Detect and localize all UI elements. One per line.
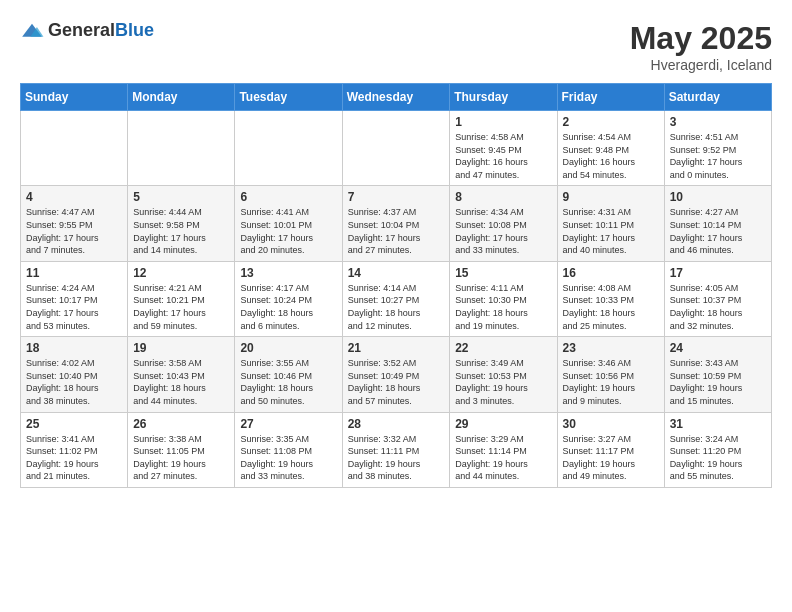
day-number: 3 — [670, 115, 766, 129]
logo-blue-text: Blue — [115, 20, 154, 40]
calendar-cell: 26Sunrise: 3:38 AM Sunset: 11:05 PM Dayl… — [128, 412, 235, 487]
logo-icon — [20, 22, 44, 40]
day-info: Sunrise: 4:41 AM Sunset: 10:01 PM Daylig… — [240, 206, 336, 256]
calendar-cell: 25Sunrise: 3:41 AM Sunset: 11:02 PM Dayl… — [21, 412, 128, 487]
calendar-cell: 30Sunrise: 3:27 AM Sunset: 11:17 PM Dayl… — [557, 412, 664, 487]
day-info: Sunrise: 4:14 AM Sunset: 10:27 PM Daylig… — [348, 282, 445, 332]
day-info: Sunrise: 4:34 AM Sunset: 10:08 PM Daylig… — [455, 206, 551, 256]
calendar-cell: 20Sunrise: 3:55 AM Sunset: 10:46 PM Dayl… — [235, 337, 342, 412]
day-info: Sunrise: 4:08 AM Sunset: 10:33 PM Daylig… — [563, 282, 659, 332]
calendar-cell: 27Sunrise: 3:35 AM Sunset: 11:08 PM Dayl… — [235, 412, 342, 487]
day-number: 8 — [455, 190, 551, 204]
day-number: 4 — [26, 190, 122, 204]
day-number: 30 — [563, 417, 659, 431]
day-number: 20 — [240, 341, 336, 355]
day-number: 21 — [348, 341, 445, 355]
calendar-cell: 7Sunrise: 4:37 AM Sunset: 10:04 PM Dayli… — [342, 186, 450, 261]
day-number: 25 — [26, 417, 122, 431]
day-number: 27 — [240, 417, 336, 431]
calendar-cell: 12Sunrise: 4:21 AM Sunset: 10:21 PM Dayl… — [128, 261, 235, 336]
calendar-cell: 14Sunrise: 4:14 AM Sunset: 10:27 PM Dayl… — [342, 261, 450, 336]
day-of-week-header: Monday — [128, 84, 235, 111]
calendar-cell: 3Sunrise: 4:51 AM Sunset: 9:52 PM Daylig… — [664, 111, 771, 186]
calendar-cell: 4Sunrise: 4:47 AM Sunset: 9:55 PM Daylig… — [21, 186, 128, 261]
day-info: Sunrise: 4:37 AM Sunset: 10:04 PM Daylig… — [348, 206, 445, 256]
day-info: Sunrise: 4:21 AM Sunset: 10:21 PM Daylig… — [133, 282, 229, 332]
calendar-cell: 8Sunrise: 4:34 AM Sunset: 10:08 PM Dayli… — [450, 186, 557, 261]
calendar-cell: 28Sunrise: 3:32 AM Sunset: 11:11 PM Dayl… — [342, 412, 450, 487]
day-number: 26 — [133, 417, 229, 431]
day-info: Sunrise: 3:49 AM Sunset: 10:53 PM Daylig… — [455, 357, 551, 407]
day-info: Sunrise: 3:41 AM Sunset: 11:02 PM Daylig… — [26, 433, 122, 483]
calendar-cell — [235, 111, 342, 186]
day-number: 24 — [670, 341, 766, 355]
day-number: 11 — [26, 266, 122, 280]
day-info: Sunrise: 3:27 AM Sunset: 11:17 PM Daylig… — [563, 433, 659, 483]
day-info: Sunrise: 4:58 AM Sunset: 9:45 PM Dayligh… — [455, 131, 551, 181]
calendar-cell: 13Sunrise: 4:17 AM Sunset: 10:24 PM Dayl… — [235, 261, 342, 336]
day-number: 12 — [133, 266, 229, 280]
day-number: 7 — [348, 190, 445, 204]
day-info: Sunrise: 4:27 AM Sunset: 10:14 PM Daylig… — [670, 206, 766, 256]
day-of-week-header: Tuesday — [235, 84, 342, 111]
calendar-week-row: 11Sunrise: 4:24 AM Sunset: 10:17 PM Dayl… — [21, 261, 772, 336]
calendar-cell: 22Sunrise: 3:49 AM Sunset: 10:53 PM Dayl… — [450, 337, 557, 412]
calendar-week-row: 18Sunrise: 4:02 AM Sunset: 10:40 PM Dayl… — [21, 337, 772, 412]
calendar-cell: 16Sunrise: 4:08 AM Sunset: 10:33 PM Dayl… — [557, 261, 664, 336]
day-number: 23 — [563, 341, 659, 355]
calendar-table: SundayMondayTuesdayWednesdayThursdayFrid… — [20, 83, 772, 488]
calendar-cell: 18Sunrise: 4:02 AM Sunset: 10:40 PM Dayl… — [21, 337, 128, 412]
day-number: 31 — [670, 417, 766, 431]
day-info: Sunrise: 3:43 AM Sunset: 10:59 PM Daylig… — [670, 357, 766, 407]
calendar-cell: 9Sunrise: 4:31 AM Sunset: 10:11 PM Dayli… — [557, 186, 664, 261]
calendar-cell: 5Sunrise: 4:44 AM Sunset: 9:58 PM Daylig… — [128, 186, 235, 261]
day-info: Sunrise: 3:38 AM Sunset: 11:05 PM Daylig… — [133, 433, 229, 483]
calendar-cell: 2Sunrise: 4:54 AM Sunset: 9:48 PM Daylig… — [557, 111, 664, 186]
day-number: 1 — [455, 115, 551, 129]
day-number: 5 — [133, 190, 229, 204]
day-of-week-header: Wednesday — [342, 84, 450, 111]
calendar-cell: 15Sunrise: 4:11 AM Sunset: 10:30 PM Dayl… — [450, 261, 557, 336]
calendar-cell: 31Sunrise: 3:24 AM Sunset: 11:20 PM Dayl… — [664, 412, 771, 487]
day-info: Sunrise: 4:47 AM Sunset: 9:55 PM Dayligh… — [26, 206, 122, 256]
day-info: Sunrise: 4:44 AM Sunset: 9:58 PM Dayligh… — [133, 206, 229, 256]
day-info: Sunrise: 4:51 AM Sunset: 9:52 PM Dayligh… — [670, 131, 766, 181]
calendar-week-row: 1Sunrise: 4:58 AM Sunset: 9:45 PM Daylig… — [21, 111, 772, 186]
title-block: May 2025 Hveragerdi, Iceland — [630, 20, 772, 73]
day-number: 2 — [563, 115, 659, 129]
day-info: Sunrise: 3:52 AM Sunset: 10:49 PM Daylig… — [348, 357, 445, 407]
calendar-cell: 1Sunrise: 4:58 AM Sunset: 9:45 PM Daylig… — [450, 111, 557, 186]
day-of-week-header: Thursday — [450, 84, 557, 111]
day-info: Sunrise: 3:24 AM Sunset: 11:20 PM Daylig… — [670, 433, 766, 483]
calendar-title: May 2025 — [630, 20, 772, 57]
logo-general-text: General — [48, 20, 115, 40]
days-header-row: SundayMondayTuesdayWednesdayThursdayFrid… — [21, 84, 772, 111]
day-info: Sunrise: 3:46 AM Sunset: 10:56 PM Daylig… — [563, 357, 659, 407]
day-number: 15 — [455, 266, 551, 280]
day-number: 10 — [670, 190, 766, 204]
calendar-cell: 6Sunrise: 4:41 AM Sunset: 10:01 PM Dayli… — [235, 186, 342, 261]
calendar-cell — [342, 111, 450, 186]
logo: GeneralBlue — [20, 20, 154, 41]
day-number: 19 — [133, 341, 229, 355]
day-info: Sunrise: 4:31 AM Sunset: 10:11 PM Daylig… — [563, 206, 659, 256]
calendar-cell: 21Sunrise: 3:52 AM Sunset: 10:49 PM Dayl… — [342, 337, 450, 412]
day-of-week-header: Sunday — [21, 84, 128, 111]
day-info: Sunrise: 3:29 AM Sunset: 11:14 PM Daylig… — [455, 433, 551, 483]
calendar-cell: 23Sunrise: 3:46 AM Sunset: 10:56 PM Dayl… — [557, 337, 664, 412]
calendar-week-row: 4Sunrise: 4:47 AM Sunset: 9:55 PM Daylig… — [21, 186, 772, 261]
day-of-week-header: Saturday — [664, 84, 771, 111]
calendar-cell: 11Sunrise: 4:24 AM Sunset: 10:17 PM Dayl… — [21, 261, 128, 336]
day-number: 17 — [670, 266, 766, 280]
day-of-week-header: Friday — [557, 84, 664, 111]
day-number: 28 — [348, 417, 445, 431]
calendar-cell: 10Sunrise: 4:27 AM Sunset: 10:14 PM Dayl… — [664, 186, 771, 261]
calendar-week-row: 25Sunrise: 3:41 AM Sunset: 11:02 PM Dayl… — [21, 412, 772, 487]
day-info: Sunrise: 4:02 AM Sunset: 10:40 PM Daylig… — [26, 357, 122, 407]
day-number: 18 — [26, 341, 122, 355]
calendar-cell: 24Sunrise: 3:43 AM Sunset: 10:59 PM Dayl… — [664, 337, 771, 412]
day-number: 16 — [563, 266, 659, 280]
day-info: Sunrise: 4:05 AM Sunset: 10:37 PM Daylig… — [670, 282, 766, 332]
day-info: Sunrise: 3:35 AM Sunset: 11:08 PM Daylig… — [240, 433, 336, 483]
day-info: Sunrise: 4:11 AM Sunset: 10:30 PM Daylig… — [455, 282, 551, 332]
